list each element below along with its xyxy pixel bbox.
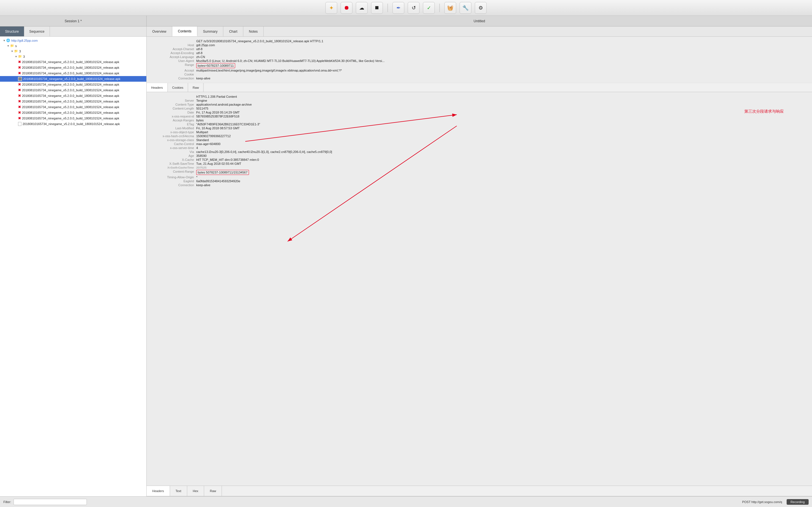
basket-icon: 🧺 bbox=[447, 5, 453, 11]
arrow-tool-button[interactable]: ✦ bbox=[325, 2, 337, 14]
response-date-row: Date Fri, 17 Aug 2018 05:14:29 GMT bbox=[151, 111, 808, 114]
response-xossclass-row: x-oss-storage-class Standard bbox=[151, 138, 808, 142]
bottom-tab-hex[interactable]: Hex bbox=[187, 486, 204, 496]
tab-structure[interactable]: Structure bbox=[0, 26, 24, 36]
basket-button[interactable]: 🧺 bbox=[444, 2, 456, 14]
response-xswiftsave-row: X-Swift-SaveTime Tue, 21 Aug 2018 02:55:… bbox=[151, 162, 808, 165]
response-xosstype-row: x-oss-object-type Multipart bbox=[151, 130, 808, 134]
list-item[interactable]: ✖ 20180810165734_ninegame_v5.2.0.0_build… bbox=[0, 59, 146, 65]
tree-item-root[interactable]: ▼ 🌐 http://gdl.25pp.com bbox=[0, 38, 146, 43]
gear-icon: ⚙ bbox=[478, 5, 483, 11]
folder-3i-icon: 📁 bbox=[18, 55, 22, 58]
response-crange-row: Content-Range bytes 5078237-10089711/151… bbox=[151, 170, 808, 175]
pen-button[interactable]: ✒ bbox=[393, 2, 404, 14]
request-sub-tab-bar: Headers Cookies Raw bbox=[147, 83, 812, 92]
response-status-row: HTTP/1.1 206 Partial Content bbox=[151, 95, 808, 98]
list-item[interactable]: ✖ 20180810165734_ninegame_v5.2.0.0_build… bbox=[0, 87, 146, 93]
tree-item-s[interactable]: ▼ 📁 s bbox=[0, 43, 146, 48]
stop-icon: ⏹ bbox=[374, 5, 379, 11]
req-tab-raw[interactable]: Raw bbox=[188, 83, 204, 92]
request-accept-row: Accept multipart/mixed,text/html,image/p… bbox=[151, 69, 808, 72]
cloud-button[interactable]: ☁ bbox=[356, 2, 368, 14]
request-language-row: Accept-Language zh-CN bbox=[151, 55, 808, 59]
tree-item-3-inner[interactable]: ▼ 📁 3 bbox=[0, 54, 146, 59]
request-charset-row: Accept-Charset utf-8 bbox=[151, 47, 808, 51]
tree-item-3o-label: 3 bbox=[19, 50, 21, 53]
list-item[interactable]: ✖ 20180810165734_ninegame_v5.2.0.0_build… bbox=[0, 110, 146, 115]
tab-overview[interactable]: Overview bbox=[147, 26, 172, 36]
tree-item-3-outer[interactable]: ▼ 📁 3 bbox=[0, 48, 146, 54]
request-cookie-row: Cookie bbox=[151, 73, 808, 76]
session-bar: Session 1 * Untitled bbox=[0, 16, 812, 26]
file-icon-selected bbox=[18, 77, 22, 81]
bottom-tab-headers[interactable]: Headers bbox=[147, 486, 170, 496]
refresh-icon: ↺ bbox=[412, 5, 416, 11]
response-acceptranges-row: Accept-Ranges bytes bbox=[151, 119, 808, 122]
response-clength-row: Content-Length 5011475 bbox=[151, 107, 808, 110]
tree-item-label: http://gdl.25pp.com bbox=[11, 39, 38, 42]
arrow-icon: ✦ bbox=[329, 4, 334, 11]
refresh-button[interactable]: ↺ bbox=[408, 2, 419, 14]
bottom-tab-raw[interactable]: Raw bbox=[204, 486, 222, 496]
response-via-row: Via cache13.l2nu20-3[0,206-0,H], cache40… bbox=[151, 150, 808, 154]
tab-sequence[interactable]: Sequence bbox=[24, 26, 50, 36]
req-tab-headers[interactable]: Headers bbox=[147, 83, 168, 92]
bottom-sub-tab-bar: Headers Text Hex Raw bbox=[147, 486, 812, 496]
file-label: 20180810165734_ninegame_v5.2.0.0_build_1… bbox=[22, 105, 119, 109]
response-eagleid-row: EagleId 6a0fda9915348414593294920e bbox=[151, 179, 808, 183]
status-right: POST http://get.sogou.com/q Recording bbox=[742, 499, 809, 505]
filter-label: Filter: bbox=[3, 500, 11, 504]
stop-button[interactable]: ⏹ bbox=[371, 2, 383, 14]
list-item[interactable]: ✖ 20180810165734_ninegame_v5.2.0.0_build… bbox=[0, 115, 146, 121]
wrench-button[interactable]: 🔧 bbox=[460, 2, 471, 14]
tree-arrow: ▼ bbox=[2, 39, 6, 42]
tab-notes[interactable]: Notes bbox=[243, 26, 264, 36]
response-xossreqid-row: x-oss-request-id 5B7659B5253B78F22E68F51… bbox=[151, 115, 808, 118]
record-icon: ⏺ bbox=[344, 4, 349, 11]
list-item[interactable]: ✖ 20180810165734_ninegame_v5.2.0.0_build… bbox=[0, 99, 146, 104]
response-xswiftcache-row: X-Swift-CacheTime 207525 bbox=[151, 166, 808, 169]
right-tab-bar: Overview Contents Summary Chart Notes bbox=[147, 26, 812, 36]
list-item[interactable]: ✖ 20180810165734_ninegame_v5.2.0.0_build… bbox=[0, 104, 146, 110]
recording-button[interactable]: Recording bbox=[786, 499, 809, 505]
error-icon: ✖ bbox=[18, 60, 21, 64]
file-label: 20180810165734_ninegame_v5.2.0.0_build_1… bbox=[22, 117, 119, 120]
file-label: 20180810165734_ninegame_v5.2.0.0_build_1… bbox=[22, 71, 119, 75]
tab-chart[interactable]: Chart bbox=[223, 26, 243, 36]
list-item-selected[interactable]: 20180810165734_ninegame_v5.2.0.0_build_1… bbox=[0, 76, 146, 82]
file-label: 20180810165734_ninegame_v5.2.0.0_build_1… bbox=[22, 94, 119, 98]
check-button[interactable]: ✓ bbox=[423, 2, 435, 14]
record-button[interactable]: ⏺ bbox=[341, 2, 352, 14]
list-item[interactable]: 20180810165734_ninegame_v5.2.0.0_build_1… bbox=[0, 121, 146, 127]
req-tab-cookies[interactable]: Cookies bbox=[168, 83, 188, 92]
list-item[interactable]: ✖ 20180810165734_ninegame_v5.2.0.0_build… bbox=[0, 70, 146, 76]
tree-item-s-label: s bbox=[15, 44, 17, 48]
error-icon: ✖ bbox=[18, 71, 21, 75]
response-xosscrc-row: x-oss-hash-crc64ecma 1500902799936622771… bbox=[151, 134, 808, 138]
response-timing-row: Timing-Allow-Origin * bbox=[151, 175, 808, 179]
bottom-tab-text[interactable]: Text bbox=[170, 486, 187, 496]
request-method-row: GET /s/3/3/20180810165734_ninegame_v5.2.… bbox=[151, 40, 808, 43]
file-label: 20180810165734_ninegame_v5.2.0.0_build_1… bbox=[22, 89, 119, 92]
session-name: Session 1 * bbox=[0, 16, 147, 26]
error-icon: ✖ bbox=[18, 116, 21, 120]
error-icon: ✖ bbox=[18, 100, 21, 103]
file-label-selected: 20180810165734_ninegame_v5.2.0.0_build_1… bbox=[23, 77, 120, 80]
gear-button[interactable]: ⚙ bbox=[475, 2, 487, 14]
post-url: POST http://get.sogou.com/q bbox=[742, 500, 782, 504]
error-icon: ✖ bbox=[18, 111, 21, 115]
tree-item-3i-label: 3 bbox=[23, 55, 25, 58]
error-icon: ✖ bbox=[18, 105, 21, 109]
error-icon: ✖ bbox=[18, 94, 21, 98]
list-item[interactable]: ✖ 20180810165734_ninegame_v5.2.0.0_build… bbox=[0, 65, 146, 70]
tab-contents[interactable]: Contents bbox=[172, 26, 197, 36]
document-name: Untitled bbox=[147, 16, 812, 26]
list-item[interactable]: ✖ 20180810165734_ninegame_v5.2.0.0_build… bbox=[0, 82, 146, 87]
filter-input[interactable] bbox=[13, 499, 87, 505]
list-item[interactable]: ✖ 20180810165734_ninegame_v5.2.0.0_build… bbox=[0, 93, 146, 99]
tree-arrow-s: ▼ bbox=[6, 45, 10, 47]
tab-summary[interactable]: Summary bbox=[197, 26, 223, 36]
wrench-icon: 🔧 bbox=[462, 5, 469, 11]
toolbar: ✦ ⏺ ☁ ⏹ ✒ ↺ ✓ 🧺 🔧 ⚙ bbox=[0, 0, 812, 16]
response-ctype-row: Content-Type application/vnd.android.pac… bbox=[151, 103, 808, 106]
